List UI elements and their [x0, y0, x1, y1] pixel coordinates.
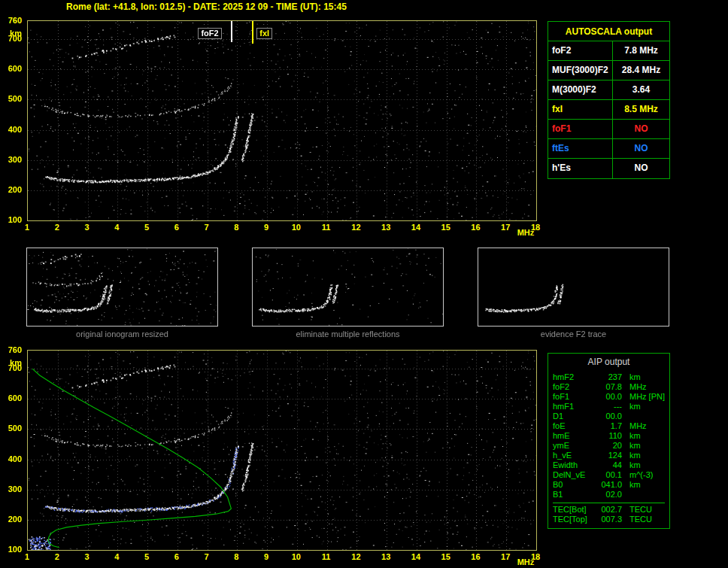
top-ionogram-plot: foF2 fxI: [27, 20, 537, 221]
aip-tec-value: 002.7: [595, 505, 622, 515]
aip-param-unit: km: [629, 451, 641, 460]
thumbnail-caption: eliminate multiple reflections: [252, 330, 444, 339]
thumbnail-original-canvas: [27, 248, 217, 326]
x-axis-unit: MHz: [514, 228, 537, 237]
aip-param-value: 00.0: [595, 412, 622, 421]
aip-param-name: B0: [553, 480, 595, 490]
autoscala-param-value: NO: [613, 159, 669, 178]
x-axis-tick: 4: [109, 223, 124, 232]
aip-param-value: 124: [595, 451, 622, 460]
fof2-marker-line: [231, 21, 232, 42]
x-axis-tick: 12: [348, 552, 363, 561]
autoscala-param-label: ftEs: [548, 139, 613, 158]
x-axis-tick: 15: [438, 552, 453, 561]
autoscala-param-label: MUF(3000)F2: [548, 61, 613, 80]
autoscala-param-label: M(3000)F2: [548, 80, 613, 99]
aip-tec-name: TEC[Top]: [553, 515, 595, 524]
autoscala-row: h'EsNO: [548, 159, 669, 178]
aip-param-name: ymE: [553, 441, 595, 451]
aip-row: B102.0: [548, 490, 669, 500]
y-axis-tick: 400: [0, 454, 24, 463]
aip-param-value: ---: [595, 402, 622, 412]
aip-output-table: AIP output hmF2237kmfoF207.8MHzfoF100.0M…: [548, 353, 670, 529]
x-axis-tick: 13: [378, 223, 393, 232]
autoscala-row: foF27.8 MHz: [548, 41, 669, 61]
thumbnail-caption: original ionogram resized: [26, 330, 218, 339]
autoscala-row: MUF(3000)F228.4 MHz: [548, 61, 669, 80]
x-axis-tick: 7: [199, 223, 214, 232]
x-axis-tick: 10: [289, 552, 304, 561]
aip-param-name: h_vE: [553, 451, 595, 460]
aip-row: B0041.0km: [548, 480, 669, 490]
fxi-marker-line: [252, 21, 253, 44]
aip-param-name: DelN_vE: [553, 470, 595, 480]
x-axis-tick: 11: [319, 223, 334, 232]
y-axis-tick: 200: [0, 515, 24, 524]
y-axis-tick: 500: [0, 424, 24, 433]
fof2-marker-label: foF2: [198, 28, 221, 39]
aip-param-unit: MHz: [629, 421, 647, 431]
aip-param-value: 041.0: [595, 480, 622, 490]
aip-tec-row: TEC[Top]007.3TECU: [553, 515, 665, 524]
x-axis-tick: 3: [80, 223, 95, 232]
y-axis-tick: 200: [0, 185, 24, 194]
x-axis-tick: 3: [80, 552, 95, 561]
aip-param-unit: km: [629, 402, 641, 412]
x-axis-tick: 12: [348, 223, 363, 232]
aip-row: foF207.8MHz: [548, 382, 669, 392]
autoscala-table-rows: foF27.8 MHzMUF(3000)F228.4 MHzM(3000)F23…: [548, 41, 669, 178]
autoscala-param-value: 8.5 MHz: [613, 100, 669, 119]
x-axis-tick: 14: [408, 223, 423, 232]
aip-param-name: hmE: [553, 431, 595, 441]
aip-row: hmE110km: [548, 431, 669, 441]
aip-param-unit: km: [629, 441, 641, 451]
autoscala-table-header: AUTOSCALA output: [548, 22, 669, 41]
aip-tec-section: TEC[Bot]002.7TECUTEC[Top]007.3TECU: [553, 503, 665, 524]
aip-tec-name: TEC[Bot]: [553, 505, 595, 515]
autoscala-param-label: foF1: [548, 120, 613, 138]
page-title: Rome (lat: +41.8, lon: 012.5) - DATE: 20…: [66, 2, 347, 12]
aip-table-header: AIP output: [548, 354, 669, 372]
aip-row: foE1.7MHz: [548, 421, 669, 431]
x-axis-tick: 16: [468, 223, 483, 232]
y-axis-unit: km: [0, 358, 24, 367]
thumbnail-eliminate-reflections: [252, 248, 444, 327]
aip-param-name: foF2: [553, 382, 595, 392]
fxi-marker-label: fxI: [256, 28, 272, 39]
aip-param-name: B1: [553, 490, 595, 500]
aip-param-value: 00.0: [595, 392, 622, 402]
x-axis-tick: 6: [169, 552, 184, 561]
autoscala-param-value: NO: [613, 139, 669, 158]
autoscala-param-value: NO: [613, 120, 669, 138]
thumbnail-evidence-f2: [478, 248, 669, 327]
aip-row: ymE20km: [548, 441, 669, 451]
x-axis-tick: 2: [50, 552, 65, 561]
autoscala-param-label: h'Es: [548, 159, 613, 178]
aip-param-unit: MHz: [629, 382, 647, 392]
autoscala-param-value: 28.4 MHz: [613, 61, 669, 80]
aip-param-name: foF1: [553, 392, 595, 402]
aip-param-value: 02.0: [595, 490, 622, 500]
y-axis-tick: 300: [0, 484, 24, 494]
x-axis-tick: 13: [378, 552, 393, 561]
thumbnail-eliminate-canvas: [253, 248, 443, 326]
x-axis-tick: 17: [498, 223, 513, 232]
aip-row: DelN_vE00.1m^(-3): [548, 470, 669, 480]
bottom-ionogram-canvas: [28, 351, 536, 550]
x-axis-tick: 5: [139, 223, 154, 232]
autoscala-row: M(3000)F23.64: [548, 80, 669, 100]
aip-row: h_vE124km: [548, 451, 669, 460]
aip-row: hmF1---km: [548, 402, 669, 412]
autoscala-row: ftEsNO: [548, 139, 669, 159]
autoscala-param-value: 7.8 MHz: [613, 41, 669, 60]
aip-param-value: 44: [595, 460, 622, 470]
aip-param-unit: km: [629, 480, 641, 490]
x-axis-tick: 7: [199, 552, 214, 561]
x-axis-tick: 15: [438, 223, 453, 232]
aip-param-value: 20: [595, 441, 622, 451]
aip-table-rows: hmF2237kmfoF207.8MHzfoF100.0MHz[PN]hmF1-…: [548, 372, 669, 500]
aip-row: hmF2237km: [548, 372, 669, 382]
aip-param-unit: km: [629, 431, 641, 441]
aip-tec-value: 007.3: [595, 515, 622, 524]
x-axis-tick: 4: [109, 552, 124, 561]
